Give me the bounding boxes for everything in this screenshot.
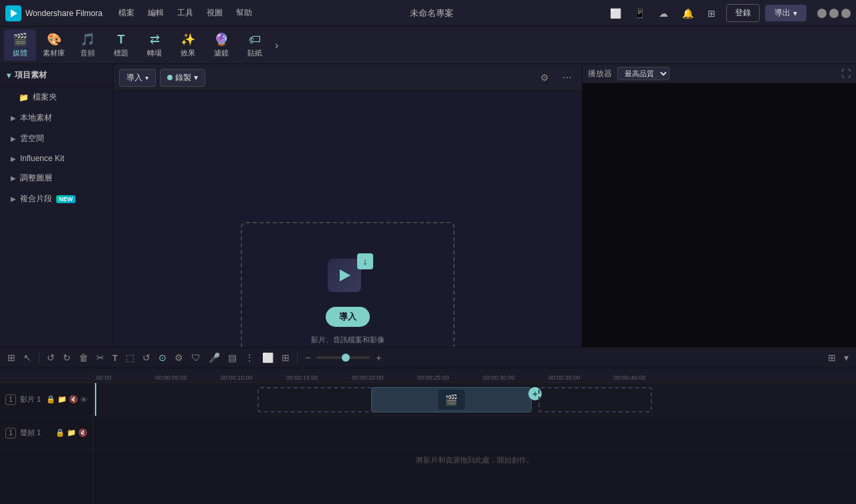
tl-layout-icon[interactable]: ⊞ (826, 350, 838, 365)
more-options-icon[interactable]: ⋯ (558, 68, 576, 87)
video-lock-icon[interactable]: 🔒 (46, 395, 56, 404)
export-button[interactable]: 導出 ▾ (765, 5, 807, 21)
bell-icon[interactable]: 🔔 (678, 4, 697, 23)
quality-select[interactable]: 最高品質 (617, 67, 669, 80)
svg-rect-3 (340, 275, 350, 276)
playhead (95, 383, 96, 416)
timeline-area: ⊞ ↖ ↺ ↻ 🗑 ✂ T ⬚ ↺ ⊙ ⚙ 🛡 🎤 ▤ ⋮ ⬜ ⊞ − + ⊞ … (0, 347, 856, 504)
tl-select-icon[interactable]: ↖ (21, 350, 33, 365)
video-drop-area[interactable] (257, 387, 374, 412)
tl-undo-icon[interactable]: ↺ (45, 350, 57, 365)
video-mute-icon[interactable]: 🔇 (69, 395, 78, 404)
tl-more-icon[interactable]: ▾ (842, 350, 851, 365)
menu-view[interactable]: 視圖 (201, 5, 228, 21)
dropzone-hint: 影片、音訊檔案和影像 (311, 335, 385, 345)
sidebar-item-folder[interactable]: 📁 檔案夾 (0, 87, 113, 108)
audio-track-area[interactable] (94, 416, 856, 450)
tab-transitions[interactable]: ⇄ 轉場 (138, 29, 171, 61)
tab-audio[interactable]: 🎵 音頻 (72, 29, 104, 61)
audio-lock-icon[interactable]: 🔒 (56, 428, 65, 437)
video-eye-icon[interactable]: 👁 (80, 396, 88, 404)
zoom-slider[interactable] (316, 356, 370, 359)
import-button[interactable]: 導入 ▾ (119, 69, 156, 87)
adjustment-expand-icon: ▶ (11, 174, 16, 182)
sidebar-item-cloud[interactable]: ▶ 雲空間 (0, 128, 113, 149)
tab-effects[interactable]: ✨ 效果 (172, 29, 204, 61)
timeline-ruler: 00:00 00:00:05:00 00:00:10:00 00:00:15:0… (94, 368, 856, 383)
record-button[interactable]: 錄製 ▾ (160, 69, 205, 87)
sidebar-item-influence-kit[interactable]: ▶ Influence Kit (0, 149, 113, 168)
tl-cut-icon[interactable]: ✂ (94, 350, 106, 365)
tl-zoom-icon[interactable]: ⊞ (280, 350, 292, 365)
tab-stickers[interactable]: 🏷 貼紙 (239, 30, 271, 61)
tl-mic-icon[interactable]: 🎤 (207, 350, 222, 365)
close-button[interactable] (841, 9, 851, 18)
tl-shield-icon[interactable]: 🛡 (189, 350, 203, 365)
record-label: 錄製 (175, 72, 191, 84)
filters-tab-label: 濾鏡 (214, 48, 229, 58)
influence-expand-icon: ▶ (11, 155, 16, 162)
monitor-icon[interactable]: ⬜ (606, 4, 625, 23)
tl-crop-icon[interactable]: ⬚ (124, 350, 136, 365)
video-clip[interactable]: 🎬 (371, 387, 532, 412)
tab-text[interactable]: T 標題 (105, 30, 137, 61)
media-toolbar: 導入 ▾ 錄製 ▾ ⚙ ⋯ (114, 64, 582, 92)
tl-zoom-in-icon[interactable]: + (374, 350, 383, 365)
toolbar-tabs: 🎬 媒體 🎨 素材庫 🎵 音頻 T 標題 ⇄ 轉場 ✨ 效果 🔮 濾鏡 🏷 貼紙… (0, 27, 856, 64)
sidebar-collapse-arrow[interactable]: ▾ (7, 71, 11, 80)
toolbar-more-button[interactable]: › (272, 37, 281, 54)
menu-file[interactable]: 檔案 (113, 5, 140, 21)
mobile-icon[interactable]: 📱 (630, 4, 649, 23)
track-label-icons-video: 🔒 📁 🔇 👁 (46, 395, 88, 404)
tab-materials[interactable]: 🎨 素材庫 (37, 29, 70, 61)
tl-redo-icon[interactable]: ↻ (61, 350, 73, 365)
login-button[interactable]: 登錄 (726, 4, 760, 22)
tl-text-icon[interactable]: T (110, 351, 120, 365)
cloud-expand-icon: ▶ (11, 135, 16, 142)
sidebar-item-compound[interactable]: ▶ 複合片段 NEW (0, 188, 113, 209)
tl-add-track-icon[interactable]: ⊞ (5, 350, 17, 365)
fullscreen-icon[interactable]: ⛶ (841, 68, 851, 79)
maximize-button[interactable] (829, 9, 839, 18)
upload-icon[interactable]: ☁ (654, 4, 673, 23)
ruler-mark-3: 00:00:15:00 (286, 374, 318, 381)
import-label: 導入 (126, 72, 142, 84)
tl-delete-icon[interactable]: 🗑 (77, 350, 90, 365)
audio-folder-icon[interactable]: 📁 (67, 428, 76, 437)
minimize-button[interactable] (817, 9, 827, 18)
tl-caption-icon[interactable]: ▤ (226, 350, 239, 365)
ruler-mark-0: 00:00 (96, 374, 112, 381)
menu-edit[interactable]: 編輯 (142, 5, 169, 21)
import-chevron-icon: ▾ (145, 74, 148, 82)
ruler-spacer (0, 368, 93, 383)
menu-tools[interactable]: 工具 (172, 5, 199, 21)
tab-filters[interactable]: 🔮 濾鏡 (205, 29, 237, 61)
menu-help[interactable]: 幫助 (231, 5, 257, 21)
tl-frame-icon[interactable]: ⬜ (260, 350, 276, 365)
filters-tab-icon: 🔮 (214, 32, 229, 47)
sidebar-item-local[interactable]: ▶ 本地素材 (0, 108, 113, 128)
tl-rotation-icon[interactable]: ↺ (140, 350, 152, 365)
tl-zoom-out-icon[interactable]: − (303, 350, 312, 365)
app-name: Wondershare Filmora (25, 9, 102, 18)
tab-media[interactable]: 🎬 媒體 (4, 29, 36, 61)
ruler-mark-8: 00:00:40:00 (614, 374, 646, 381)
tl-split-icon[interactable]: ⋮ (243, 350, 256, 365)
timeline-body: 1 影片 1 🔒 📁 🔇 👁 1 聲頻 1 🔒 📁 🔇 (0, 368, 856, 504)
sidebar-item-adjustment[interactable]: ▶ 調整圖層 (0, 168, 113, 188)
audio-mute-icon[interactable]: 🔇 (78, 428, 88, 437)
audio-tab-icon: 🎵 (80, 32, 95, 47)
tl-settings-icon[interactable]: ⚙ (173, 350, 185, 365)
project-title: 未命名專案 (410, 7, 453, 19)
video-track-area[interactable]: 🎬 + (94, 383, 856, 416)
grid-icon[interactable]: ⊞ (702, 4, 721, 23)
video-folder-icon[interactable]: 📁 (58, 395, 67, 404)
video-track-label: 影片 1 (20, 394, 41, 404)
dropzone-icon-area: ↓ (328, 259, 368, 299)
import-main-button[interactable]: 導入 (326, 307, 370, 327)
video-drop-area-2[interactable] (538, 387, 652, 412)
tl-magnet-icon[interactable]: ⊙ (156, 350, 169, 365)
timeline-tracks: 00:00 00:00:05:00 00:00:10:00 00:00:15:0… (94, 368, 856, 504)
filter-icon[interactable]: ⚙ (535, 68, 554, 87)
clip-thumbnail: 🎬 (438, 390, 465, 410)
